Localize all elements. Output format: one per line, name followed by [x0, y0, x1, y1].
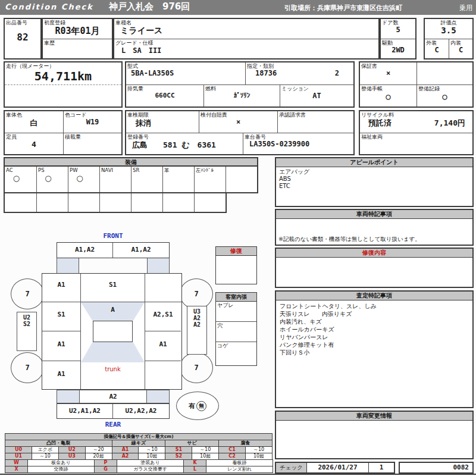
- appeal-line: エアバッグ: [279, 168, 469, 176]
- pickup-location: 引取場所：兵庫県神戸市東灘区住吉浜町: [284, 4, 402, 12]
- check-date: 2026/01/27: [307, 463, 369, 472]
- trunk-label: trunk: [81, 366, 145, 372]
- right-side-damage-box: U3 A2 A2: [187, 306, 207, 355]
- insurance-label: 検付自賠責: [199, 111, 277, 118]
- exterior-grade: C: [425, 46, 449, 54]
- history-label: 車歴: [43, 39, 112, 46]
- mileage-box: 走行（現メーター） 54,711km: [4, 61, 123, 108]
- legend-group-corrosion: 腐食: [219, 440, 273, 447]
- recycle-fee: 7,140円: [434, 118, 465, 129]
- rear-window-shape: [81, 342, 145, 362]
- body-color-label: 車体色: [5, 111, 63, 118]
- interior-grade: C: [449, 46, 472, 54]
- inspection-label: 車検期限: [126, 111, 199, 118]
- first-reg-label: 初度登録: [43, 19, 112, 26]
- reg-number-label: 登録番号: [126, 133, 243, 140]
- rear-right-pillar: [146, 390, 169, 403]
- appeal-title: アピールポイント: [276, 158, 472, 167]
- front-right-wheel: 7: [180, 278, 213, 309]
- check-count: 1: [369, 463, 394, 472]
- documents-box: 保証書 × 整備手帳 ○ 整備記録 ○: [359, 61, 474, 108]
- doors-drive-box: ドア数 5 駆動 2WD: [380, 18, 416, 60]
- insurance-value: ×: [199, 118, 277, 126]
- grade-value: L SA III: [114, 46, 378, 56]
- chassis-number-value: LA350S-0239900: [243, 140, 353, 148]
- equipment-cell-pw: PW ○: [68, 167, 99, 192]
- rear-left-pillar: [57, 390, 80, 403]
- equipment-cell-ac: AC ○: [5, 167, 36, 192]
- repair-content-title: 修復内容: [276, 249, 472, 258]
- assessment-line: 内装汚れ、キズ: [280, 318, 469, 325]
- lot-number-label: 出品番号: [5, 19, 40, 26]
- spare-tire-ellipse: 有 無: [176, 392, 219, 420]
- assessment-line: フロントシートヘタリ、スレ、しみ: [280, 302, 469, 310]
- body-color-value: 白: [5, 118, 63, 129]
- lot-number-value: 82: [5, 32, 40, 43]
- grade-label: グレード・仕様: [114, 39, 378, 46]
- vehicle-notes-text: ※記載のない書類・機器等は無しとして取り扱います。: [278, 236, 421, 243]
- damage-legend-table: 損傷記号＆損傷サイズ(～最大cm) 凸凹・亀裂 線キズ サビ 腐食 U0 エクボ…: [5, 433, 273, 460]
- assessment-title: 査定特記事項: [276, 292, 472, 300]
- exterior-label: 外装: [425, 39, 449, 46]
- vehicle-notes-panel: 車両特記事項 ※記載のない書類・機器等は無しとして取り扱います。: [275, 209, 474, 246]
- cabin-lining-title: 客室内張: [216, 293, 256, 302]
- fuel-label: 燃料: [204, 85, 280, 92]
- transmission-label: ミッション: [280, 85, 353, 92]
- left-rear-door-code: A1: [42, 340, 80, 348]
- score-value: 3.5: [425, 26, 472, 35]
- equipment-mark-ac: ○: [5, 174, 28, 183]
- class-number-label: 指定・類別: [246, 62, 353, 69]
- appeal-line: ABS: [279, 176, 469, 183]
- displacement-label: 排気量: [126, 85, 203, 92]
- rear-label: REAR: [71, 421, 155, 428]
- color-capacity-box: 車体色 白 色コード W19 定員 4 積載量: [4, 110, 123, 155]
- warranty-label: 保証書: [360, 62, 416, 69]
- doors-label: ドア数: [381, 19, 415, 26]
- equipment-cell-ps: PS ○: [36, 167, 68, 192]
- legend-group-scratch: 線キズ: [112, 440, 165, 447]
- repair-mark-box: 修復: [215, 246, 257, 284]
- registration-history-box: 初度登録 R03年01月 車歴: [42, 18, 113, 60]
- left-front-door-code: S1: [42, 311, 80, 318]
- vehicle-notes-title: 車両特記事項: [276, 210, 472, 219]
- legend-group-rust: サビ: [165, 440, 219, 447]
- cabin-lining-box: 客室内張 ヤブレ 穴 コゲ: [215, 292, 257, 366]
- rear-bumper-strip: U2,A1,A2 U2,A2,A2: [57, 403, 170, 419]
- model-name-label: 車種名: [114, 19, 378, 26]
- left-quarter-code: A1: [42, 370, 80, 378]
- maintenance-record-value: ○: [417, 92, 472, 101]
- equipment-cell-leather: 革: [162, 167, 194, 192]
- equipment-mark-pw: ○: [68, 174, 91, 183]
- front-left-pillar: [57, 258, 79, 273]
- hood-code: S1: [81, 281, 145, 289]
- rear-bumper-left: U2,A1,A2: [57, 404, 113, 418]
- rear-panel-strip: A2: [57, 390, 170, 403]
- reg-number-value: 広島 581 む 6361: [126, 140, 243, 151]
- equipment-mark-ps: ○: [37, 174, 60, 183]
- lot-number-box: 出品番号 82: [4, 18, 42, 60]
- spare-yes-label: 有: [189, 402, 195, 411]
- vehicle-category: 乗用: [459, 4, 472, 12]
- assessment-line: ホイールカバーキズ: [280, 325, 469, 333]
- class-number-value: 18736: [255, 69, 277, 77]
- repair-content-panel: 修復内容: [275, 248, 474, 288]
- cabin-tear-label: ヤブレ: [216, 302, 256, 308]
- recycle-status: 預託済: [368, 118, 392, 129]
- model-grade-box: 車種名 ミライース グレード・仕様 L SA III: [113, 18, 380, 60]
- approval-label: 承認請求書: [278, 111, 353, 118]
- equipment-cell-lhd: 左ﾊﾝﾄﾞﾙ: [194, 167, 226, 192]
- cabin-hole-label: 穴: [216, 322, 256, 328]
- equipment-header: 装備: [4, 157, 258, 166]
- color-code-value: W19: [64, 118, 121, 126]
- front-bumper-left: A1,A2: [57, 243, 113, 258]
- maintenance-book-value: ○: [360, 92, 416, 101]
- car-body: A1 S1 S1 A A2,S1 A1 A1 A1 trunk: [42, 273, 182, 390]
- first-reg-value: R03年01月: [43, 26, 112, 37]
- bottom-rule: [0, 474, 476, 475]
- right-rear-door-code: A1: [145, 340, 181, 348]
- assessment-line: 天張りスレ 内張りキズ: [280, 310, 469, 318]
- auction-sheet: Condition Check 神戸入札会 976回 引取場所：兵庫県神戸市東灘…: [0, 0, 476, 476]
- capacity-value: 4: [5, 140, 63, 149]
- inspection-value: 抹消: [126, 118, 199, 129]
- capacity-label: 定員: [5, 133, 63, 140]
